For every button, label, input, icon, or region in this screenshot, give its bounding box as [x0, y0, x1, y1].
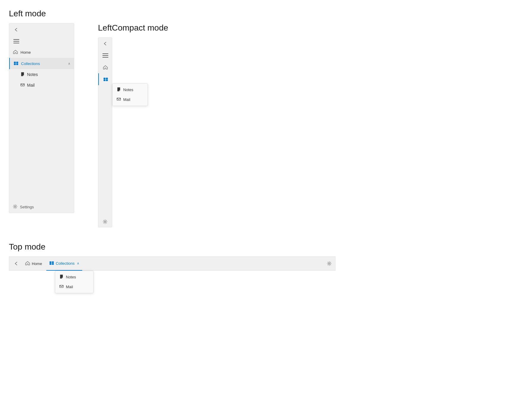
compact-flyout-mail[interactable]: Mail [113, 95, 148, 104]
hamburger-bar [9, 36, 74, 47]
compact-hamburger-button[interactable] [98, 50, 113, 61]
svg-rect-13 [52, 261, 54, 263]
compact-mail-icon [117, 97, 121, 102]
top-mail-label: Mail [66, 285, 73, 289]
top-notes-label: Notes [66, 275, 76, 279]
svg-rect-11 [117, 98, 121, 100]
top-notes-icon [59, 275, 64, 280]
compact-back-button[interactable] [98, 38, 113, 50]
svg-rect-4 [21, 84, 24, 86]
svg-rect-15 [52, 263, 54, 265]
home-label: Home [20, 50, 70, 55]
left-mode-panel: Home Collections ∧ [9, 23, 74, 213]
settings-button[interactable]: Settings [9, 201, 74, 213]
sidebar-item-home[interactable]: Home [9, 47, 74, 58]
top-nav-collections[interactable]: Collections ∧ [46, 256, 83, 271]
top-home-label: Home [32, 261, 42, 266]
svg-point-5 [15, 206, 16, 207]
top-mode-section: Top mode Home [9, 242, 523, 271]
svg-rect-6 [104, 78, 105, 79]
top-flyout-mail[interactable]: Mail [55, 282, 93, 292]
top-collections-chevron-icon: ∧ [77, 261, 79, 265]
top-nav-home[interactable]: Home [22, 256, 45, 271]
hamburger-button[interactable] [13, 38, 20, 45]
sidebar-item-collections[interactable]: Collections ∧ [9, 58, 74, 69]
mail-label: Mail [27, 83, 35, 88]
svg-point-10 [104, 221, 106, 223]
collections-label: Collections [21, 61, 66, 66]
top-back-button[interactable] [13, 260, 20, 267]
compact-notes-label: Notes [123, 88, 133, 92]
top-mode-title: Top mode [9, 242, 523, 252]
sidebar-item-notes[interactable]: Notes [9, 69, 74, 80]
svg-rect-14 [50, 263, 51, 265]
home-icon [13, 50, 18, 55]
notes-icon [20, 72, 25, 77]
menu-icon [13, 39, 19, 43]
top-collections-label: Collections [56, 261, 75, 266]
compact-flyout-notes[interactable]: Notes [113, 85, 148, 95]
compact-mail-label: Mail [123, 97, 130, 102]
back-button[interactable] [13, 26, 20, 33]
left-compact-panel [98, 37, 112, 227]
svg-rect-17 [60, 285, 63, 288]
svg-point-16 [329, 263, 330, 264]
settings-label: Settings [20, 205, 34, 209]
svg-rect-7 [106, 78, 108, 79]
notes-label: Notes [27, 72, 38, 77]
svg-rect-0 [14, 62, 16, 63]
collections-icon [13, 61, 19, 66]
svg-rect-9 [106, 80, 108, 81]
svg-rect-3 [16, 64, 18, 65]
compact-notes-icon [117, 87, 121, 92]
svg-rect-2 [14, 64, 16, 65]
sidebar-top-bar [9, 23, 74, 36]
compact-settings-button[interactable] [98, 219, 112, 224]
svg-rect-12 [50, 261, 51, 263]
left-compact-mode-title: LeftCompact mode [98, 23, 168, 33]
compact-flyout: Notes Mail [112, 83, 148, 106]
svg-rect-8 [104, 80, 105, 81]
top-settings-button[interactable] [327, 261, 332, 266]
left-mode-title: Left mode [9, 9, 523, 18]
top-flyout: Notes Mail [55, 271, 94, 293]
top-home-icon [25, 261, 30, 266]
collections-chevron-icon: ∧ [68, 62, 70, 66]
svg-rect-1 [16, 62, 18, 63]
top-nav-bar: Home Collections ∧ [9, 256, 335, 271]
mail-icon [20, 83, 25, 88]
compact-home-button[interactable] [98, 61, 113, 73]
compact-collections-button[interactable] [98, 73, 113, 85]
settings-icon [13, 204, 18, 210]
top-flyout-notes[interactable]: Notes [55, 272, 93, 282]
sidebar-item-mail[interactable]: Mail [9, 80, 74, 91]
top-mail-icon [59, 284, 64, 289]
top-collections-icon [49, 261, 54, 266]
compact-menu-icon [102, 53, 108, 58]
